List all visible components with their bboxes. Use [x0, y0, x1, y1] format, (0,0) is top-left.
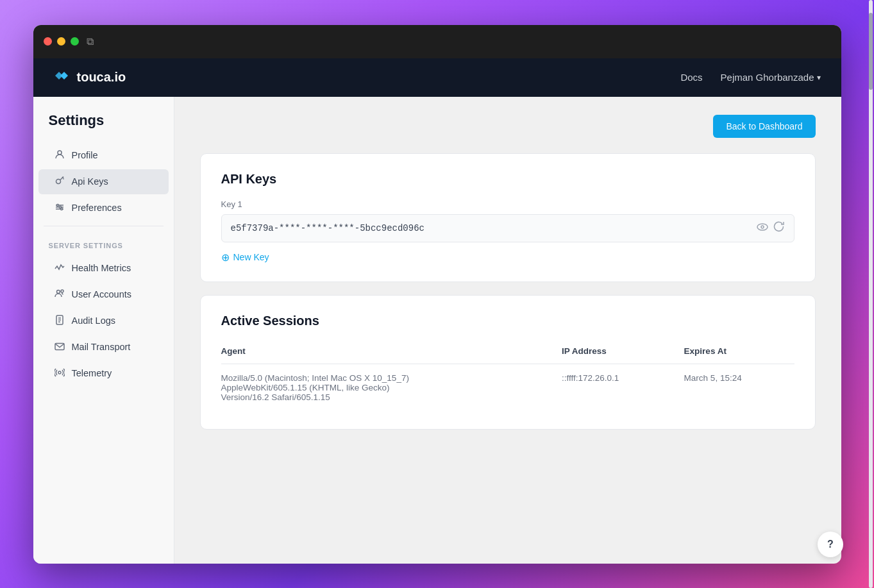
active-sessions-title: Active Sessions [221, 314, 794, 328]
col-expires: Expires At [671, 341, 794, 364]
content-panel: Back to Dashboard API Keys Key 1 e5f7379… [174, 97, 841, 564]
back-to-dashboard-button[interactable]: Back to Dashboard [713, 115, 815, 138]
active-sessions-card: Active Sessions Agent IP Address Expires… [200, 295, 816, 430]
sidebar: Settings Profile [33, 97, 174, 564]
mail-transport-icon [54, 341, 65, 353]
sidebar-item-audit-logs-label: Audit Logs [72, 315, 116, 326]
nav-right: Docs Pejman Ghorbanzade [680, 72, 820, 83]
svg-point-16 [757, 224, 768, 230]
sidebar-item-telemetry-label: Telemetry [72, 368, 112, 378]
show-key-button[interactable] [757, 221, 768, 235]
key-label: Key 1 [221, 199, 794, 209]
help-button[interactable]: ? [818, 532, 843, 557]
sidebar-item-profile-label: Profile [72, 150, 98, 160]
api-keys-title: API Keys [221, 172, 794, 187]
svg-point-7 [60, 208, 62, 210]
titlebar: ⧉ [33, 25, 841, 58]
refresh-key-button[interactable] [773, 221, 785, 235]
close-button[interactable] [44, 37, 52, 46]
add-icon: ⊕ [221, 251, 230, 264]
svg-point-1 [56, 179, 60, 183]
sidebar-item-preferences[interactable]: Preferences [38, 196, 169, 221]
health-metrics-icon [54, 262, 65, 274]
sessions-table-header: Agent IP Address Expires At [221, 341, 794, 364]
traffic-lights [44, 37, 79, 46]
col-ip: IP Address [549, 341, 671, 364]
session-ip: ::ffff:172.26.0.1 [549, 364, 671, 411]
docs-link[interactable]: Docs [680, 72, 702, 83]
svg-point-9 [61, 290, 63, 292]
api-key-value: e5f7379a-****-****-****-5bcc9ecd096c [231, 223, 757, 233]
svg-point-8 [56, 290, 60, 293]
sessions-table: Agent IP Address Expires At Mozilla/5.0 … [221, 341, 794, 411]
sidebar-item-profile[interactable]: Profile [38, 143, 169, 168]
sidebar-item-mail-transport-label: Mail Transport [72, 342, 131, 352]
audit-logs-icon [54, 315, 65, 327]
sidebar-item-telemetry[interactable]: Telemetry [38, 361, 169, 386]
col-agent: Agent [221, 341, 549, 364]
api-keys-icon [54, 176, 65, 188]
session-expires: March 5, 15:24 [671, 364, 794, 411]
sidebar-divider [44, 226, 164, 226]
sidebar-item-api-keys[interactable]: Api Keys [38, 169, 169, 194]
user-menu[interactable]: Pejman Ghorbanzade [721, 72, 821, 83]
svg-point-17 [761, 226, 764, 228]
table-row: Mozilla/5.0 (Macintosh; Intel Mac OS X 1… [221, 364, 794, 411]
main-content: Settings Profile [33, 97, 841, 564]
logo: touca.io [54, 69, 126, 86]
session-agent: Mozilla/5.0 (Macintosh; Intel Mac OS X 1… [221, 364, 549, 411]
profile-icon [54, 149, 65, 162]
svg-point-5 [56, 204, 58, 206]
sidebar-item-user-accounts[interactable]: User Accounts [38, 282, 169, 307]
svg-point-0 [58, 151, 62, 155]
sidebar-item-health-metrics[interactable]: Health Metrics [38, 256, 169, 281]
sidebar-item-health-metrics-label: Health Metrics [72, 263, 131, 273]
server-settings-label: SERVER SETTINGS [33, 231, 174, 255]
api-keys-card: API Keys Key 1 e5f7379a-****-****-****-5… [200, 153, 816, 282]
page-title: Settings [33, 112, 174, 142]
api-key-actions [757, 221, 785, 235]
sidebar-item-user-accounts-label: User Accounts [72, 289, 132, 299]
svg-point-15 [58, 371, 61, 374]
new-key-label: New Key [233, 252, 269, 262]
app-window: ⧉ touca.io Docs Pejman Ghorbanzade Setti… [33, 25, 841, 564]
preferences-icon [54, 202, 65, 214]
window-icon: ⧉ [87, 36, 94, 47]
telemetry-icon [54, 367, 65, 380]
navbar: touca.io Docs Pejman Ghorbanzade [33, 58, 841, 97]
logo-icon [54, 69, 72, 86]
logo-text: touca.io [77, 70, 126, 85]
user-accounts-icon [54, 289, 65, 301]
content-header: Back to Dashboard [200, 115, 816, 138]
sidebar-item-mail-transport[interactable]: Mail Transport [38, 335, 169, 360]
new-key-button[interactable]: ⊕ New Key [221, 251, 794, 264]
maximize-button[interactable] [71, 37, 79, 46]
sidebar-item-audit-logs[interactable]: Audit Logs [38, 308, 169, 333]
api-key-field: e5f7379a-****-****-****-5bcc9ecd096c [221, 214, 794, 242]
sidebar-item-api-keys-label: Api Keys [72, 176, 108, 187]
minimize-button[interactable] [57, 37, 65, 46]
sidebar-item-preferences-label: Preferences [72, 203, 122, 213]
